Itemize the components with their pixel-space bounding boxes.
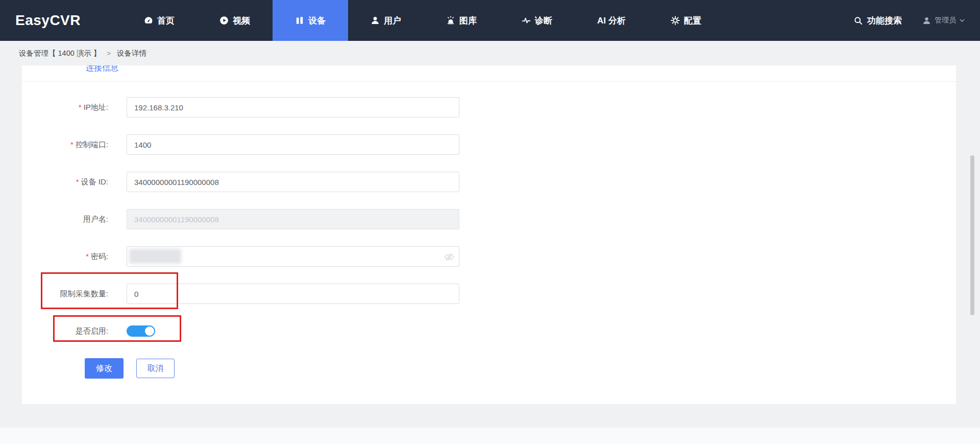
breadcrumb: 设备管理【 1400 演示 】 > 设备详情 — [0, 41, 980, 65]
enabled-label: 是否启用: — [22, 326, 108, 336]
form-actions: 修改 取消 — [85, 358, 956, 379]
enable-toggle[interactable] — [127, 325, 155, 337]
nav-item-device[interactable]: 设备 — [273, 0, 348, 41]
feature-search[interactable]: 功能搜索 — [854, 15, 902, 27]
breadcrumb-current: 设备详情 — [117, 49, 146, 58]
footer-strip — [0, 428, 980, 444]
field-row-enabled: 是否启用: — [22, 321, 956, 341]
nav-label: 诊断 — [535, 15, 552, 27]
required-asterisk: * — [76, 177, 79, 186]
field-row-port: *控制端口: — [22, 134, 956, 155]
required-asterisk: * — [70, 140, 74, 149]
search-label: 功能搜索 — [867, 15, 902, 27]
password-label-text: 密码: — [91, 252, 108, 261]
field-row-ip: *IP地址: — [22, 97, 956, 118]
ip-label-text: IP地址: — [84, 103, 108, 111]
field-row-device-id: *设备 ID: — [22, 172, 956, 192]
field-row-password: *密码: — [22, 246, 956, 267]
nav-label: 用户 — [384, 15, 401, 27]
username-input — [127, 209, 459, 229]
nav-item-video[interactable]: 视频 — [197, 0, 273, 41]
nav-label: AI 分析 — [597, 15, 626, 27]
port-label-text: 控制端口: — [76, 140, 108, 149]
tab-connection-info[interactable]: 连接信息 — [86, 65, 118, 74]
gear-icon — [671, 16, 680, 25]
device-id-input[interactable] — [127, 172, 459, 192]
limit-label: 限制采集数量: — [22, 289, 108, 299]
main-nav: 首页 视频 设备 用户 图库 — [121, 0, 724, 41]
eye-off-icon[interactable] — [443, 251, 455, 263]
admin-menu[interactable]: 管理员 — [922, 16, 965, 25]
search-icon — [854, 16, 863, 25]
required-asterisk: * — [79, 103, 82, 111]
breadcrumb-parent[interactable]: 设备管理【 1400 演示 】 — [19, 49, 101, 58]
required-asterisk: * — [86, 252, 89, 261]
navbar-right: 功能搜索 管理员 — [854, 15, 965, 27]
top-navbar: EasyCVR 首页 视频 设备 用户 — [0, 0, 980, 41]
device-icon — [295, 16, 304, 25]
nav-item-user[interactable]: 用户 — [348, 0, 424, 41]
ip-input[interactable] — [127, 97, 459, 118]
limit-label-text: 限制采集数量: — [60, 289, 108, 298]
field-row-username: 用户名: — [22, 209, 956, 229]
limit-input[interactable] — [127, 284, 459, 304]
field-row-limit: 限制采集数量: — [22, 284, 956, 304]
toggle-knob — [145, 326, 154, 336]
password-label: *密码: — [22, 252, 108, 262]
nav-label: 首页 — [157, 15, 175, 27]
nav-label: 图库 — [459, 15, 477, 27]
nav-item-diagnosis[interactable]: 诊断 — [499, 0, 575, 41]
person-icon — [922, 16, 931, 25]
diagnosis-icon — [522, 16, 531, 25]
gallery-icon — [446, 16, 455, 25]
app-logo: EasyCVR — [15, 12, 81, 29]
device-form: *IP地址: *控制端口: *设备 ID: 用户名: *密码: — [22, 82, 956, 379]
password-input[interactable] — [127, 246, 459, 267]
vertical-scrollbar-thumb[interactable] — [970, 155, 974, 315]
device-id-label: *设备 ID: — [22, 177, 108, 187]
cancel-button[interactable]: 取消 — [136, 359, 175, 378]
video-icon — [219, 16, 229, 25]
username-label-text: 用户名: — [83, 215, 108, 223]
password-field-wrap — [127, 246, 459, 267]
nav-label: 视频 — [233, 15, 250, 27]
nav-label: 设备 — [308, 15, 326, 27]
ip-label: *IP地址: — [22, 103, 108, 112]
port-input[interactable] — [127, 134, 459, 155]
admin-label: 管理员 — [935, 16, 956, 25]
panel-tab-header: 连接信息 — [22, 65, 956, 82]
enabled-label-text: 是否启用: — [76, 326, 108, 335]
nav-item-gallery[interactable]: 图库 — [424, 0, 499, 41]
nav-label: 配置 — [684, 15, 701, 27]
breadcrumb-separator: > — [107, 50, 111, 57]
port-label: *控制端口: — [22, 140, 108, 150]
modify-button[interactable]: 修改 — [85, 358, 124, 379]
dashboard-icon — [144, 16, 153, 25]
user-icon — [371, 16, 380, 25]
device-id-label-text: 设备 ID: — [81, 177, 108, 186]
device-detail-panel: 连接信息 *IP地址: *控制端口: *设备 ID: 用户名: — [22, 65, 956, 404]
nav-item-ai[interactable]: AI 分析 — [575, 0, 648, 41]
nav-item-config[interactable]: 配置 — [648, 0, 724, 41]
nav-item-home[interactable]: 首页 — [121, 0, 197, 41]
username-label: 用户名: — [22, 215, 108, 224]
chevron-down-icon — [960, 18, 965, 22]
